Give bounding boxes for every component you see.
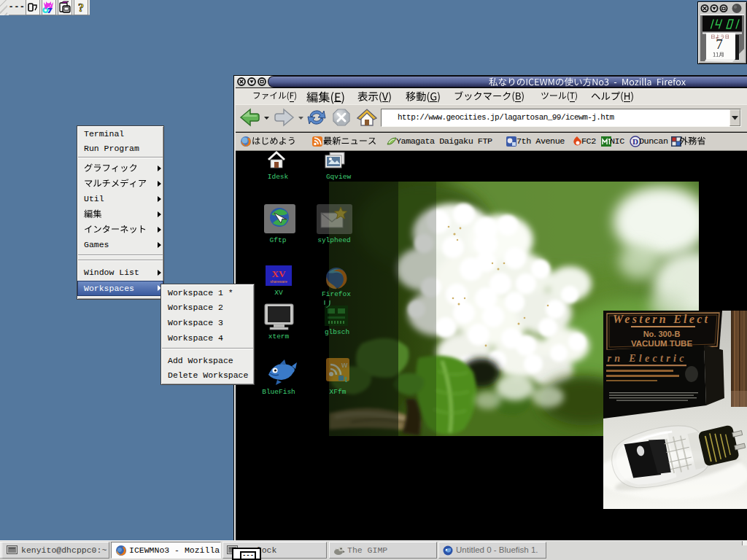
svg-text:shareware: shareware [270,279,287,284]
svg-text:Western Elect: Western Elect [613,313,708,325]
svg-text:?: ? [78,1,84,14]
svg-text:w: w [341,360,348,369]
svg-text:rn Electric: rn Electric [608,353,685,364]
svg-text:No. 300-B: No. 300-B [643,330,681,338]
svg-text:t: t [344,375,347,384]
svg-text:XV: XV [272,268,286,279]
svg-text:VACUUM TUBE: VACUUM TUBE [631,339,692,348]
svg-text:D: D [632,137,638,146]
